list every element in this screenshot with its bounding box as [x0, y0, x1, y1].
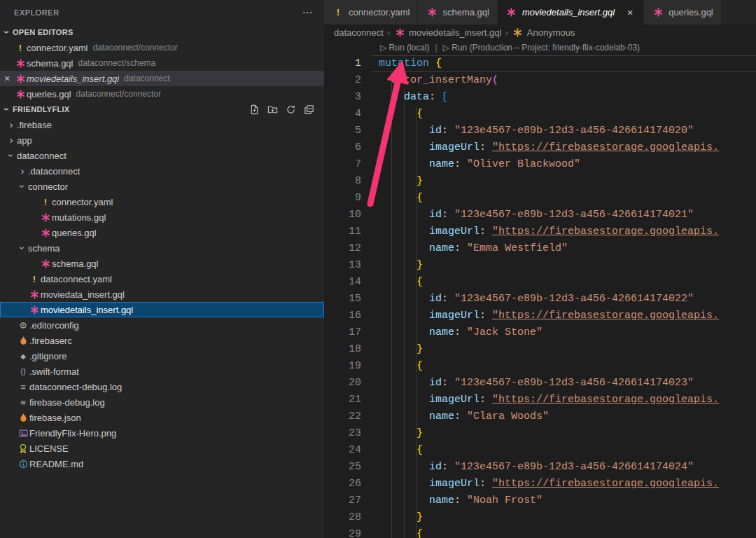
editor-tab[interactable]: moviedetails_insert.gql×: [498, 0, 644, 25]
code-line[interactable]: 8 }: [324, 173, 756, 190]
code-line[interactable]: 20 id: "123e4567-e89b-12d3-a456-42661417…: [324, 375, 756, 392]
url-link[interactable]: "https://firebasestorage.googleapis.: [492, 226, 719, 237]
log-file-icon: ≡: [17, 382, 29, 392]
collapse-all-icon[interactable]: [303, 104, 314, 115]
file-item[interactable]: ⚙.editorconfig: [0, 317, 324, 333]
file-item[interactable]: ≡firebase-debug.log: [0, 394, 324, 410]
file-item[interactable]: !connector.yaml: [0, 194, 324, 209]
file-name: dataconnect-debug.log: [29, 382, 122, 392]
more-actions-icon[interactable]: ⋯: [302, 6, 313, 19]
file-item[interactable]: queries.gql: [0, 225, 324, 240]
code-line[interactable]: 6 imageUrl: "https://firebasestorage.goo…: [324, 139, 756, 156]
file-name: moviedetails_insert.gql: [41, 305, 133, 315]
file-item[interactable]: schema.gql: [0, 256, 324, 271]
url-link[interactable]: "https://firebasestorage.googleapis.: [492, 478, 719, 490]
new-file-icon[interactable]: [248, 104, 260, 115]
folder-name: .firebase: [17, 120, 52, 130]
file-item[interactable]: README.md: [0, 456, 324, 471]
line-number: 26: [324, 476, 361, 492]
file-item[interactable]: firebase.json: [0, 410, 324, 425]
code-line[interactable]: 4 {: [324, 106, 756, 123]
code-line[interactable]: 18 }: [324, 341, 756, 358]
code-line[interactable]: 7 name: "Oliver Blackwood": [324, 156, 756, 173]
editor-tab[interactable]: !connector.yaml: [324, 0, 418, 25]
file-item[interactable]: ≡dataconnect-debug.log: [0, 379, 324, 394]
code-line[interactable]: 12 name: "Emma Westfield": [324, 240, 756, 257]
folder-item[interactable]: ›.firebase: [0, 117, 324, 132]
code-line[interactable]: 3 data: [: [324, 89, 756, 106]
code-line[interactable]: 14 {: [324, 274, 756, 291]
code-line[interactable]: 13 }: [324, 257, 756, 274]
file-item[interactable]: .firebaserc: [0, 333, 324, 348]
file-item[interactable]: {}.swift-format: [0, 364, 324, 379]
open-editor-description: dataconnect/connector: [76, 89, 161, 99]
close-icon[interactable]: ×: [624, 6, 636, 18]
code-line[interactable]: 26 imageUrl: "https://firebasestorage.go…: [324, 476, 756, 492]
breadcrumb-item[interactable]: dataconnect: [334, 27, 384, 38]
code-text: imageUrl: "https://firebasestorage.googl…: [379, 139, 719, 156]
open-editor-item[interactable]: schema.gqldataconnect/schema: [0, 55, 324, 71]
refresh-icon[interactable]: [285, 104, 296, 115]
breadcrumb-item[interactable]: moviedetails_insert.gql: [393, 27, 501, 38]
code-text: imageUrl: "https://firebasestorage.googl…: [379, 308, 719, 324]
file-item[interactable]: !dataconnect.yaml: [0, 271, 324, 287]
file-item[interactable]: moviedata_insert.gql: [0, 287, 324, 302]
code-line[interactable]: 21 imageUrl: "https://firebasestorage.go…: [324, 392, 756, 408]
code-line[interactable]: 28 }: [324, 509, 756, 526]
open-editors-header[interactable]: › OPEN EDITORS: [0, 25, 324, 40]
tab-label: schema.gql: [442, 7, 489, 18]
code-line[interactable]: 17 name: "Jack Stone": [324, 324, 756, 341]
code-line[interactable]: 15 id: "123e4567-e89b-12d3-a456-42661417…: [324, 291, 756, 308]
dataconnect-gql-icon: [39, 228, 52, 237]
file-item[interactable]: ◆.gitignore: [0, 348, 324, 364]
code-line[interactable]: 5 id: "123e4567-e89b-12d3-a456-426614174…: [324, 123, 756, 139]
code-text: id: "123e4567-e89b-12d3-a456-42661417402…: [379, 459, 694, 476]
code-line[interactable]: 25 id: "123e4567-e89b-12d3-a456-42661417…: [324, 459, 756, 476]
editor-tab[interactable]: schema.gql: [418, 0, 497, 25]
line-number: 3: [324, 89, 361, 106]
folder-item[interactable]: ›connector: [0, 179, 324, 194]
close-icon[interactable]: ×: [0, 73, 14, 84]
code-line[interactable]: 19 {: [324, 358, 756, 375]
open-editor-item[interactable]: ×moviedetails_insert.gqldataconnect: [0, 71, 324, 86]
line-number: 8: [324, 173, 361, 190]
code-line[interactable]: 1mutation {: [324, 55, 756, 72]
breadcrumb-item[interactable]: Anonymous: [512, 27, 575, 38]
file-item[interactable]: FriendlyFlix-Hero.png: [0, 425, 324, 441]
open-editor-item[interactable]: !connector.yamldataconnect/connector: [0, 40, 324, 55]
editor-tab-bar: !connector.yamlschema.gqlmoviedetails_in…: [324, 0, 756, 25]
code-line[interactable]: 11 imageUrl: "https://firebasestorage.go…: [324, 223, 756, 240]
new-folder-icon[interactable]: [267, 104, 278, 115]
folder-item[interactable]: ›.dataconnect: [0, 163, 324, 179]
code-line[interactable]: 23 }: [324, 425, 756, 442]
codelens-run-link[interactable]: ▷ Run (local): [380, 43, 430, 53]
url-link[interactable]: "https://firebasestorage.googleapis.: [492, 394, 719, 406]
code-line[interactable]: 2 actor_insertMany(: [324, 72, 756, 89]
file-name: .gitignore: [29, 351, 66, 361]
code-editor[interactable]: ▷ Run (local)|▷ Run (Production – Projec…: [324, 40, 756, 538]
code-line[interactable]: 9 {: [324, 190, 756, 207]
code-line[interactable]: 10 id: "123e4567-e89b-12d3-a456-42661417…: [324, 207, 756, 223]
line-number: 11: [324, 223, 361, 240]
code-line[interactable]: 29 {: [324, 526, 756, 538]
folder-item[interactable]: ›dataconnect: [0, 148, 324, 163]
editor-tab[interactable]: queries.gql: [644, 0, 722, 25]
file-item[interactable]: mutations.gql: [0, 209, 324, 225]
open-editor-item[interactable]: queries.gqldataconnect/connector: [0, 86, 324, 102]
code-line[interactable]: 16 imageUrl: "https://firebasestorage.go…: [324, 308, 756, 324]
workspace-header[interactable]: › FRIENDLYFLIX: [0, 102, 324, 117]
url-link[interactable]: "https://firebasestorage.googleapis.: [492, 142, 719, 153]
file-item[interactable]: moviedetails_insert.gql: [0, 302, 324, 317]
codelens-run-link[interactable]: ▷ Run (Production – Project: friendly-fl…: [443, 43, 640, 53]
folder-item[interactable]: ›schema: [0, 240, 324, 256]
code-line[interactable]: 27 name: "Noah Frost": [324, 492, 756, 509]
file-name: firebase-debug.log: [29, 397, 105, 408]
line-number: 10: [324, 207, 361, 223]
code-line[interactable]: 22 name: "Clara Woods": [324, 408, 756, 425]
file-item[interactable]: LICENSE: [0, 441, 324, 456]
url-link[interactable]: "https://firebasestorage.googleapis.: [492, 310, 719, 322]
gitignore-icon: ◆: [17, 352, 29, 360]
folder-item[interactable]: ›app: [0, 132, 324, 148]
code-line[interactable]: 24 {: [324, 442, 756, 459]
code-text: id: "123e4567-e89b-12d3-a456-42661417402…: [379, 207, 694, 223]
